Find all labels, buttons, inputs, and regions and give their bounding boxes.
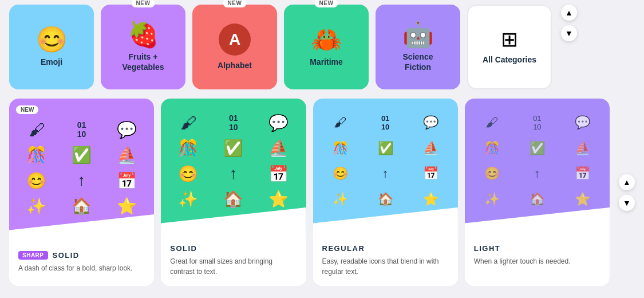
category-alphabet[interactable]: NEW A Alphabet — [192, 5, 277, 89]
icon-cell: 📅 — [562, 163, 603, 185]
light-desc: When a lighter touch is needed. — [474, 256, 600, 266]
icon-cell: 0110 — [517, 112, 558, 134]
icon-cell: ✅ — [213, 138, 254, 159]
icon-cell: 🖌 — [320, 112, 361, 134]
fruits-icon: 🍓 — [128, 22, 159, 47]
style-card-regular[interactable]: 🖌 0110 💬 🎊 ✅ ⛵ 😊 ↑ 📅 ✨ 🏠 ⭐ REGULA — [313, 99, 458, 286]
solid-desc: Great for small sizes and bringing contr… — [170, 256, 297, 277]
alphabet-label: Alphabet — [218, 60, 252, 70]
maritime-icon: 🦀 — [311, 27, 342, 52]
icon-cell: ⭐ — [106, 196, 147, 217]
icon-cell: ⛵ — [258, 138, 299, 159]
icon-cell: 📅 — [106, 170, 147, 191]
category-fruits[interactable]: NEW 🍓 Fruits +Vegetables — [101, 5, 185, 89]
right-scroll-down-button[interactable]: ▼ — [619, 195, 635, 211]
light-info: LIGHT When a lighter touch is needed. — [465, 237, 610, 276]
category-maritime[interactable]: NEW 🦀 Maritime — [284, 5, 369, 89]
fruits-new-badge: NEW — [132, 0, 155, 7]
maritime-new-badge: NEW — [315, 0, 338, 7]
all-icon: ⊞ — [501, 29, 518, 50]
emoji-icon: 😊 — [36, 27, 68, 52]
scifi-label: ScienceFiction — [403, 52, 433, 72]
icon-cell: ⛵ — [562, 138, 603, 159]
categories-row: 😊 Emoji NEW 🍓 Fruits +Vegetables NEW A A… — [9, 5, 635, 89]
icon-cell: ✨ — [472, 189, 512, 210]
icon-cell: 0110 — [213, 112, 254, 134]
sharp-solid-new-badge: NEW — [16, 105, 38, 114]
icon-cell: 😊 — [168, 163, 208, 185]
fruits-label: Fruits +Vegetables — [122, 52, 164, 72]
light-title: LIGHT — [474, 244, 501, 253]
icon-cell: 🖌 — [472, 112, 512, 134]
icon-cell: 🎊 — [16, 145, 57, 166]
icon-cell: 🏠 — [517, 189, 558, 210]
scroll-up-button[interactable]: ▲ — [561, 5, 577, 21]
solid-title: SOLID — [170, 244, 197, 253]
icon-cell: 🎊 — [472, 138, 512, 159]
icon-cell: 0110 — [365, 112, 406, 134]
icon-cell: ⛵ — [410, 138, 451, 159]
icon-cell: 0110 — [61, 119, 102, 140]
sharp-solid-title: SOLID — [53, 251, 80, 260]
icon-cell: 💬 — [106, 119, 147, 140]
regular-desc: Easy, readable icons that blend in with … — [322, 256, 449, 277]
icon-cell: 🏠 — [213, 189, 254, 210]
icon-cell: 😊 — [16, 170, 57, 191]
sharp-solid-desc: A dash of class for a bold, sharp look. — [18, 263, 145, 273]
icon-cell: ✨ — [320, 189, 361, 210]
sharp-badge: SHARP — [18, 251, 48, 260]
icon-cell: ✨ — [168, 189, 208, 210]
regular-title: REGULAR — [322, 244, 365, 253]
icon-cell: 🎊 — [320, 138, 361, 159]
right-scroll-up-button[interactable]: ▲ — [619, 174, 635, 190]
icon-cell: ⭐ — [562, 189, 603, 210]
all-label: All Categories — [483, 54, 536, 65]
icon-cell: 😊 — [472, 163, 512, 185]
alphabet-new-badge: NEW — [223, 0, 247, 7]
icon-cell: ⭐ — [410, 189, 451, 210]
icon-cell: 🏠 — [365, 189, 406, 210]
category-scifi[interactable]: 🤖 ScienceFiction — [376, 5, 460, 89]
solid-info: SOLID Great for small sizes and bringing… — [161, 237, 306, 286]
icon-cell: ✅ — [365, 138, 406, 159]
icon-cell: ⭐ — [258, 189, 299, 210]
style-card-light[interactable]: 🖌 0110 💬 🎊 ✅ ⛵ 😊 ↑ 📅 ✨ 🏠 ⭐ LIGHT — [465, 99, 610, 286]
icon-cell: 🎊 — [168, 138, 208, 159]
icon-cell: 💬 — [258, 112, 299, 134]
emoji-label: Emoji — [41, 57, 62, 67]
style-card-sharp-solid[interactable]: NEW 🖌 0110 💬 🎊 ✅ ⛵ 😊 ↑ 📅 ✨ 🏠 ⭐ — [9, 99, 154, 286]
icon-cell: 💬 — [562, 112, 603, 134]
maritime-label: Maritime — [310, 57, 343, 67]
regular-info: REGULAR Easy, readable icons that blend … — [313, 237, 458, 286]
icon-cell: ↑ — [61, 170, 102, 191]
icon-cell: 🖌 — [16, 119, 57, 140]
icon-cell: ✅ — [517, 138, 558, 159]
icon-cell: 📅 — [410, 163, 451, 185]
scroll-down-button[interactable]: ▼ — [561, 25, 577, 41]
icon-cell: ✨ — [16, 196, 57, 217]
styles-row: NEW 🖌 0110 💬 🎊 ✅ ⛵ 😊 ↑ 📅 ✨ 🏠 ⭐ — [9, 99, 635, 286]
icon-cell: ↑ — [517, 163, 558, 185]
category-all[interactable]: ⊞ All Categories — [467, 5, 552, 89]
icon-cell: 💬 — [410, 112, 451, 134]
page-wrapper: 😊 Emoji NEW 🍓 Fruits +Vegetables NEW A A… — [0, 0, 644, 298]
scifi-icon: 🤖 — [402, 22, 434, 47]
icon-cell: 🖌 — [168, 112, 208, 134]
icon-cell: ✅ — [61, 145, 102, 166]
icon-cell: 📅 — [258, 163, 299, 185]
icon-cell: 😊 — [320, 163, 361, 185]
icon-cell: ↑ — [365, 163, 406, 185]
icon-cell: ↑ — [213, 163, 254, 185]
icon-cell: ⛵ — [106, 145, 147, 166]
category-emoji[interactable]: 😊 Emoji — [9, 5, 94, 89]
sharp-solid-info: SHARP SOLID A dash of class for a bold, … — [9, 244, 154, 283]
alphabet-icon: A — [219, 23, 251, 56]
icon-cell: 🏠 — [61, 196, 102, 217]
style-card-solid[interactable]: 🖌 0110 💬 🎊 ✅ ⛵ 😊 ↑ 📅 ✨ 🏠 ⭐ SOLID — [161, 99, 306, 286]
